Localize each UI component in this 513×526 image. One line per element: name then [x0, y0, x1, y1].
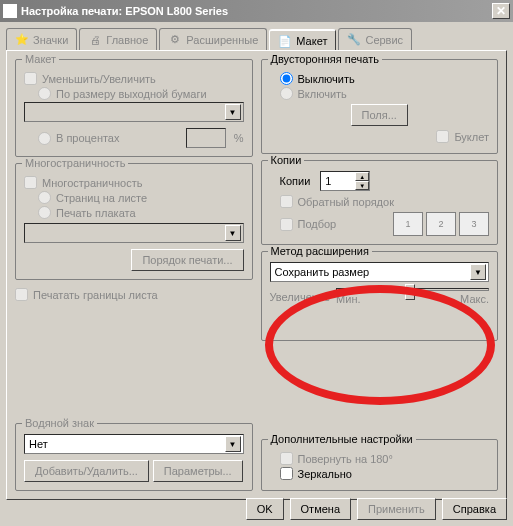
- fit-output-radio[interactable]: По размеру выходной бумаги: [38, 87, 244, 100]
- page-icon: 📄: [278, 34, 292, 48]
- dialog-buttons: OK Отмена Применить Справка: [246, 498, 507, 520]
- copies-input[interactable]: 1▲▼: [320, 171, 370, 191]
- watermark-group: Водяной знак Нет▼ Добавить/Удалить... Па…: [15, 423, 253, 491]
- copies-label: Копии: [280, 175, 311, 187]
- percent-field[interactable]: [186, 128, 226, 148]
- chevron-down-icon: ▼: [225, 436, 241, 452]
- output-paper-combo[interactable]: ▼: [24, 102, 244, 122]
- print-borders-check[interactable]: Печатать границы листа: [15, 288, 253, 301]
- spin-up-icon[interactable]: ▲: [355, 172, 369, 181]
- extra-group: Дополнительные настройки Повернуть на 18…: [261, 439, 499, 491]
- spin-down-icon[interactable]: ▼: [355, 181, 369, 190]
- printer-icon: 🖨: [88, 33, 102, 47]
- collate-check[interactable]: Подбор: [280, 218, 337, 231]
- close-icon[interactable]: ✕: [492, 3, 510, 19]
- chevron-down-icon: ▼: [225, 225, 241, 241]
- multipage-combo[interactable]: ▼: [24, 223, 244, 243]
- watermark-settings-button[interactable]: Параметры...: [153, 460, 243, 482]
- copies-group: Копии Копии 1▲▼ Обратный порядок Подбор …: [261, 160, 499, 245]
- titlebar: 🖨 Настройка печати: EPSON L800 Series ✕: [0, 0, 513, 22]
- duplex-off-radio[interactable]: Выключить: [280, 72, 490, 85]
- margins-button[interactable]: Поля...: [351, 104, 408, 126]
- page-order-button[interactable]: Порядок печати...: [131, 249, 243, 271]
- reverse-order-check[interactable]: Обратный порядок: [280, 195, 490, 208]
- watermark-add-remove-button[interactable]: Добавить/Удалить...: [24, 460, 149, 482]
- gear-icon: ⚙: [168, 33, 182, 47]
- star-icon: ⭐: [15, 33, 29, 47]
- apply-button[interactable]: Применить: [357, 498, 436, 520]
- reduce-enlarge-check[interactable]: Уменьшить/Увеличить: [24, 72, 244, 85]
- multipage-group: Многостраничность Многостраничность Стра…: [15, 163, 253, 280]
- tab-main[interactable]: 🖨Главное: [79, 28, 157, 50]
- help-button[interactable]: Справка: [442, 498, 507, 520]
- collate-icon-3: 3: [459, 212, 489, 236]
- tab-layout[interactable]: 📄Макет: [269, 29, 336, 51]
- chevron-down-icon: ▼: [470, 264, 486, 280]
- app-icon: 🖨: [3, 4, 17, 18]
- window-title: Настройка печати: EPSON L800 Series: [21, 5, 492, 17]
- expand-method-combo[interactable]: Сохранить размер▼: [270, 262, 490, 282]
- ok-button[interactable]: OK: [246, 498, 284, 520]
- wrench-icon: 🔧: [347, 33, 361, 47]
- rotate180-check[interactable]: Повернуть на 180°: [280, 452, 490, 465]
- collate-icon-1: 1: [393, 212, 423, 236]
- duplex-on-radio[interactable]: Включить: [280, 87, 490, 100]
- slider-thumb[interactable]: [405, 284, 415, 300]
- tab-bar: ⭐Значки 🖨Главное ⚙Расширенные 📄Макет 🔧Се…: [0, 22, 513, 50]
- print-settings-window: 🖨 Настройка печати: EPSON L800 Series ✕ …: [0, 0, 513, 526]
- tab-icons[interactable]: ⭐Значки: [6, 28, 77, 50]
- poster-radio[interactable]: Печать плаката: [38, 206, 244, 219]
- pages-per-sheet-radio[interactable]: Страниц на листе: [38, 191, 244, 204]
- tab-service[interactable]: 🔧Сервис: [338, 28, 412, 50]
- layout-group: Макет Уменьшить/Увеличить По размеру вых…: [15, 59, 253, 157]
- chevron-down-icon: ▼: [225, 104, 241, 120]
- tab-advanced[interactable]: ⚙Расширенные: [159, 28, 267, 50]
- duplex-group: Двусторонняя печать Выключить Включить П…: [261, 59, 499, 154]
- booklet-check[interactable]: Буклет: [270, 130, 490, 143]
- cancel-button[interactable]: Отмена: [290, 498, 351, 520]
- collate-icon-2: 2: [426, 212, 456, 236]
- watermark-combo[interactable]: Нет▼: [24, 434, 244, 454]
- tab-content: Макет Уменьшить/Увеличить По размеру вых…: [6, 50, 507, 500]
- multipage-check[interactable]: Многостраничность: [24, 176, 244, 189]
- percent-radio[interactable]: [38, 132, 51, 145]
- expand-group: Метод расширения Сохранить размер▼ Увели…: [261, 251, 499, 341]
- zoom-slider[interactable]: Увеличение Мин.Макс.: [270, 288, 490, 305]
- mirror-check[interactable]: Зеркально: [280, 467, 490, 480]
- percent-row: В процентах %: [38, 128, 244, 148]
